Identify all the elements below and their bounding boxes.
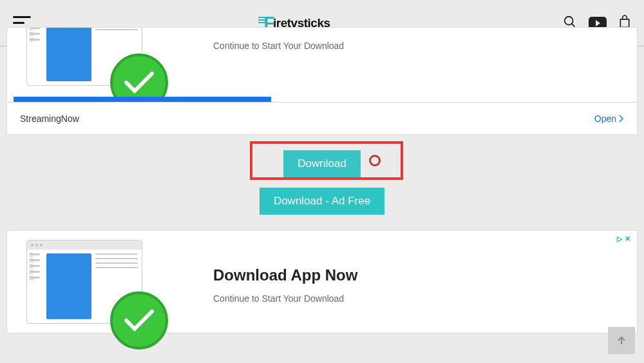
ad-footer: StreamingNow Open <box>6 103 638 135</box>
scroll-to-top-button[interactable] <box>608 327 635 354</box>
ad-illustration <box>20 233 149 337</box>
ad-title: Download App Now <box>213 266 357 284</box>
download-button[interactable]: Download <box>283 150 361 177</box>
cursor-indicator-icon <box>369 155 381 166</box>
checkmark-icon <box>110 291 168 349</box>
ad-subtitle: Continue to Start Your Download <box>213 293 357 304</box>
progress-bar <box>14 97 271 102</box>
svg-line-1 <box>572 23 575 26</box>
svg-point-0 <box>565 16 573 25</box>
ad-advertiser-name: StreamingNow <box>20 113 79 124</box>
close-icon[interactable]: ✕ <box>625 235 630 243</box>
ad-subtitle: Continue to Start Your Download <box>213 41 344 51</box>
download-section: Download Download - Ad Free <box>0 135 644 230</box>
ad-content: Continue to Start Your Download <box>7 28 637 102</box>
checkmark-icon <box>110 54 168 103</box>
download-adfree-button[interactable]: Download - Ad Free <box>260 188 384 215</box>
ad-open-link[interactable]: Open <box>594 113 624 124</box>
ad-illustration <box>20 27 149 99</box>
ad-choices-controls[interactable]: ▷ ✕ <box>617 235 630 243</box>
ad-card-top: Continue to Start Your Download <box>6 27 638 103</box>
adchoices-icon[interactable]: ▷ <box>617 235 622 243</box>
ad-content: Download App Now Continue to Start Your … <box>7 231 637 333</box>
ad-card-bottom: ▷ ✕ Download App Now Continue to Start Y <box>6 230 638 333</box>
arrow-up-icon <box>616 335 627 346</box>
chevron-right-icon <box>619 115 624 123</box>
